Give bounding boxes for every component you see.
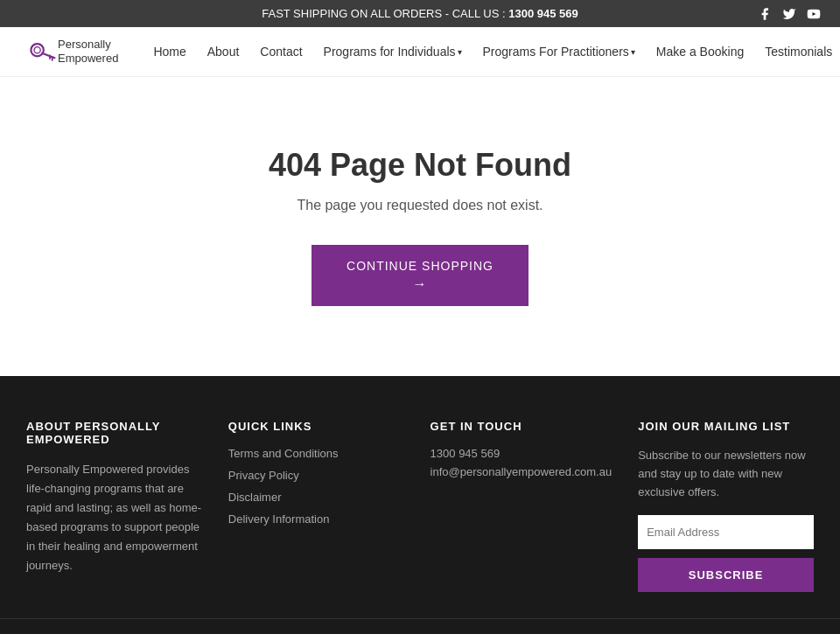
nav-contact[interactable]: Contact	[251, 39, 311, 64]
logo-icon	[26, 36, 58, 67]
footer-mailing-title: JOIN OUR MAILING LIST	[638, 420, 814, 433]
footer-grid: ABOUT PERSONALLY EMPOWERED Personally Em…	[26, 420, 814, 592]
footer-links-col: QUICK LINKS Terms and Conditions Privacy…	[228, 420, 404, 592]
footer-contact-title: GET IN TOUCH	[430, 420, 612, 433]
nav-home[interactable]: Home	[144, 39, 194, 64]
nav-about[interactable]: About	[199, 39, 248, 64]
footer-link-delivery[interactable]: Delivery Information	[228, 512, 404, 526]
footer-about-text: Personally Empowered provides life-chang…	[26, 460, 202, 576]
main-content: 404 Page Not Found The page you requeste…	[0, 77, 840, 376]
nav-programs-practitioners[interactable]: Programs For Practitioners ▾	[474, 39, 644, 64]
facebook-icon[interactable]	[756, 7, 774, 24]
nav-make-booking[interactable]: Make a Booking	[648, 39, 752, 64]
svg-point-2	[34, 47, 40, 53]
email-input[interactable]	[638, 515, 814, 549]
subscribe-button[interactable]: SUBSCRIBE	[638, 558, 814, 592]
footer-link-privacy[interactable]: Privacy Policy	[228, 469, 404, 482]
logo-text: Personally Empowered	[58, 38, 118, 65]
chevron-down-icon: ▾	[458, 47, 462, 57]
footer-mailing-desc: Subscribe to our newsletters now and sta…	[638, 447, 814, 501]
chevron-down-icon-2: ▾	[631, 47, 635, 57]
top-banner: FAST SHIPPING ON ALL ORDERS - CALL US : …	[0, 0, 840, 27]
nav-programs-individuals[interactable]: Programs for Individuals ▾	[315, 39, 471, 64]
footer-phone: 1300 945 569	[430, 447, 612, 460]
footer-mailing-col: JOIN OUR MAILING LIST Subscribe to our n…	[638, 420, 814, 592]
footer-about-col: ABOUT PERSONALLY EMPOWERED Personally Em…	[26, 420, 202, 592]
error-title: 404 Page Not Found	[269, 147, 571, 184]
twitter-icon[interactable]	[780, 7, 798, 24]
footer-link-terms[interactable]: Terms and Conditions	[228, 447, 404, 460]
nav-testimonials[interactable]: Testimonials	[756, 39, 840, 64]
footer-email: info@personallyempowered.com.au	[430, 465, 612, 478]
footer-contact-col: GET IN TOUCH 1300 945 569 info@personall…	[430, 420, 612, 592]
banner-phone: 1300 945 569	[508, 7, 578, 20]
error-subtitle: The page you requested does not exist.	[297, 198, 542, 213]
footer-links-title: QUICK LINKS	[228, 420, 404, 433]
footer-about-title: ABOUT PERSONALLY EMPOWERED	[26, 420, 202, 446]
svg-point-1	[31, 44, 43, 56]
youtube-icon[interactable]	[805, 7, 822, 24]
header: Personally Empowered Home About Contact …	[0, 27, 840, 77]
main-nav: Home About Contact Programs for Individu…	[144, 39, 840, 64]
continue-shopping-button[interactable]: CONTINUE SHOPPING →	[312, 245, 528, 306]
arrow-icon: →	[413, 276, 428, 292]
footer-link-disclaimer[interactable]: Disclaimer	[228, 491, 404, 504]
footer: ABOUT PERSONALLY EMPOWERED Personally Em…	[0, 376, 840, 618]
logo[interactable]: Personally Empowered	[26, 36, 118, 67]
footer-bottom: © 2018, Personally Empowered | All Right…	[0, 618, 840, 634]
banner-text: FAST SHIPPING ON ALL ORDERS - CALL US :	[262, 7, 508, 20]
